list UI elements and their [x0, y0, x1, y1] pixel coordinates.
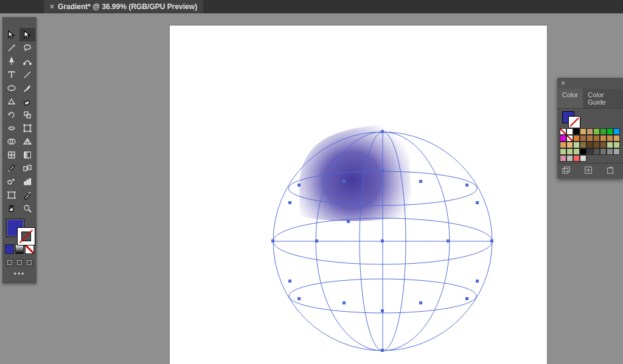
fill-stroke-control[interactable]: [2, 218, 37, 244]
svg-rect-22: [343, 180, 346, 183]
swatch[interactable]: [607, 135, 613, 142]
shaper-tool[interactable]: [4, 95, 19, 108]
swatch[interactable]: [573, 142, 580, 148]
magic-wand-tool[interactable]: [4, 41, 19, 55]
swatch[interactable]: [580, 148, 586, 155]
artboard[interactable]: [170, 26, 547, 364]
symbol-sprayer-tool[interactable]: [4, 175, 19, 188]
swatch[interactable]: [613, 148, 620, 155]
swatch-libraries-icon[interactable]: [562, 166, 571, 176]
free-transform-tool[interactable]: [19, 122, 35, 135]
ellipse-tool[interactable]: [4, 81, 19, 95]
gradient-mode[interactable]: [15, 244, 24, 254]
swatch[interactable]: [566, 155, 573, 162]
swatch[interactable]: [600, 142, 607, 148]
panel-fill-stroke[interactable]: [557, 109, 623, 127]
type-tool[interactable]: [4, 68, 19, 81]
draw-normal-mode[interactable]: [5, 258, 14, 267]
swatch[interactable]: [586, 142, 593, 148]
lasso-tool[interactable]: [19, 41, 35, 55]
scale-tool[interactable]: [19, 108, 35, 122]
zoom-tool[interactable]: [19, 202, 35, 215]
swatch[interactable]: [560, 142, 566, 148]
eraser-tool[interactable]: [19, 95, 35, 108]
swatch[interactable]: [593, 128, 600, 135]
swatch[interactable]: [560, 128, 566, 135]
swatch[interactable]: [566, 135, 573, 142]
stroke-swatch[interactable]: [17, 227, 35, 246]
svg-rect-46: [24, 167, 27, 171]
swatch[interactable]: [580, 135, 586, 142]
paintbrush-tool[interactable]: [19, 81, 35, 95]
svg-rect-55: [17, 260, 21, 264]
blend-tool[interactable]: [19, 162, 35, 175]
swatch[interactable]: [560, 155, 566, 162]
rotate-tool[interactable]: [4, 108, 19, 122]
swatch[interactable]: [566, 128, 573, 135]
swatch[interactable]: [600, 135, 607, 142]
color-panel-tab-0[interactable]: Color: [557, 89, 583, 108]
swatch[interactable]: [566, 148, 573, 155]
eyedropper-tool[interactable]: [4, 162, 19, 175]
swatch[interactable]: [600, 148, 607, 155]
swatch[interactable]: [586, 128, 593, 135]
direct-selection-tool[interactable]: [19, 28, 35, 41]
panel-close-icon[interactable]: ×: [557, 78, 623, 89]
edit-toolbar-icon[interactable]: •••: [2, 269, 37, 280]
swatch[interactable]: [586, 135, 593, 142]
canvas-drawing[interactable]: [170, 26, 547, 364]
draw-behind-mode[interactable]: [15, 258, 24, 267]
swatch[interactable]: [593, 148, 600, 155]
swatch[interactable]: [593, 135, 600, 142]
svg-rect-54: [7, 260, 12, 264]
new-swatch-icon[interactable]: [584, 166, 593, 176]
swatch[interactable]: [560, 135, 566, 142]
swatch[interactable]: [573, 135, 580, 142]
svg-rect-47: [28, 165, 31, 170]
swatch[interactable]: [600, 128, 607, 135]
document-title: Gradient* @ 36.99% (RGB/GPU Preview): [58, 2, 197, 11]
pen-tool[interactable]: [4, 55, 19, 68]
swatch[interactable]: [560, 148, 566, 155]
document-tab[interactable]: × Gradient* @ 36.99% (RGB/GPU Preview): [44, 0, 203, 13]
shape-builder-tool[interactable]: [4, 135, 19, 148]
hand-tool[interactable]: [4, 202, 19, 215]
width-tool[interactable]: [4, 122, 19, 135]
svg-point-53: [24, 205, 29, 210]
swatch[interactable]: [613, 142, 620, 148]
artboard-tool[interactable]: [4, 188, 19, 202]
swatch[interactable]: [586, 148, 593, 155]
change-screen-mode[interactable]: [25, 258, 33, 267]
swatch[interactable]: [580, 128, 586, 135]
svg-rect-19: [465, 184, 468, 187]
panel-stroke-swatch[interactable]: [568, 116, 580, 128]
selection-tool[interactable]: [4, 28, 19, 41]
swatch[interactable]: [566, 142, 573, 148]
svg-rect-36: [27, 114, 30, 118]
column-graph-tool[interactable]: [19, 175, 35, 188]
swatch[interactable]: [573, 155, 580, 162]
swatch[interactable]: [607, 128, 613, 135]
none-mode[interactable]: [25, 244, 34, 254]
perspective-grid-tool[interactable]: [19, 135, 35, 148]
line-segment-tool[interactable]: [19, 68, 35, 81]
swatch[interactable]: [613, 135, 620, 142]
swatch[interactable]: [580, 142, 586, 148]
close-tab-icon[interactable]: ×: [50, 2, 54, 11]
svg-point-32: [30, 63, 32, 65]
swatch[interactable]: [580, 155, 586, 162]
swatch[interactable]: [613, 128, 620, 135]
swatch[interactable]: [607, 142, 613, 148]
document-tab-bar: × Gradient* @ 36.99% (RGB/GPU Preview): [0, 0, 623, 13]
mesh-tool[interactable]: [4, 148, 19, 162]
curvature-tool[interactable]: [19, 55, 35, 68]
color-panel-tab-1[interactable]: Color Guide: [583, 89, 623, 108]
swatch[interactable]: [573, 128, 580, 135]
swatch[interactable]: [593, 142, 600, 148]
gradient-tool[interactable]: [19, 148, 35, 162]
swatch[interactable]: [573, 148, 580, 155]
delete-swatch-icon[interactable]: [606, 166, 614, 176]
swatch[interactable]: [607, 148, 613, 155]
color-mode[interactable]: [5, 244, 14, 254]
slice-tool[interactable]: [19, 188, 35, 202]
